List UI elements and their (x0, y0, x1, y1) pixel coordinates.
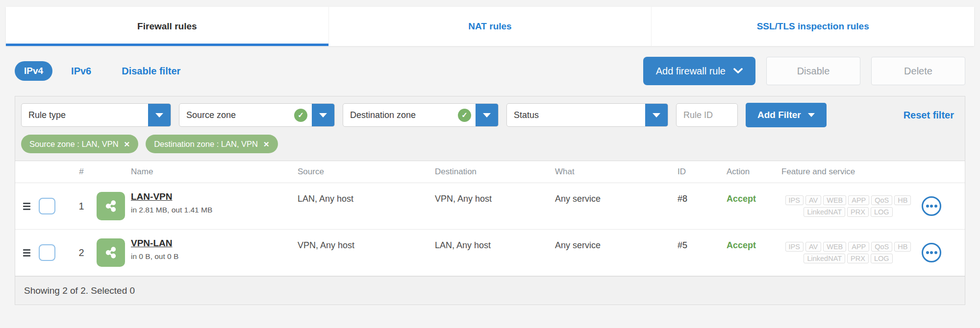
rule-type-tabbar: Firewall rules NAT rules SSL/TLS inspect… (6, 7, 974, 46)
ipv4-toggle[interactable]: IPv4 (15, 61, 52, 81)
rule-name-cell: LAN-VPN in 2.81 MB, out 1.41 MB (131, 183, 298, 214)
remove-filter-icon[interactable]: ✕ (124, 141, 130, 148)
dropdown-open-button[interactable] (148, 103, 171, 127)
rule-destination: LAN, Any host (435, 230, 555, 251)
network-share-icon[interactable] (97, 238, 125, 267)
rule-traffic-stats: in 0 B, out 0 B (131, 252, 298, 261)
source-zone-dropdown[interactable]: Source zone ✓ (179, 103, 335, 127)
rule-id-input[interactable] (676, 103, 738, 127)
header-source: Source (298, 167, 435, 177)
drag-handle-icon[interactable] (23, 249, 30, 257)
firewall-rules-table: # Name Source Destination What ID Action… (15, 161, 965, 305)
disable-filter-link[interactable]: Disable filter (122, 66, 180, 77)
dropdown-open-button[interactable] (645, 103, 668, 127)
ipv6-toggle[interactable]: IPv6 (71, 66, 91, 77)
chip-label: Source zone : LAN, VPN (29, 140, 119, 149)
badge-app: APP (848, 195, 869, 205)
badge-log: LOG (871, 254, 893, 263)
badge-prx: PRX (847, 207, 869, 217)
badge-web: WEB (823, 242, 846, 252)
filter-row: Rule type Source zone ✓ Destination zone… (21, 103, 959, 127)
feature-badges: IPS AV WEB APP QoS HB LinkedNAT PRX LOG (781, 195, 922, 217)
caret-down-icon (808, 113, 815, 117)
header-id: ID (678, 167, 727, 177)
destination-zone-dropdown[interactable]: Destination zone ✓ (343, 103, 499, 127)
badge-qos: QoS (871, 242, 892, 252)
header-number: # (66, 167, 97, 177)
tab-firewall-rules[interactable]: Firewall rules (6, 7, 328, 46)
caret-down-icon (155, 113, 163, 117)
rule-destination: VPN, Any host (435, 183, 555, 204)
tab-ssl-tls-inspection-rules[interactable]: SSL/TLS inspection rules (651, 7, 974, 46)
network-share-icon[interactable] (97, 192, 125, 220)
status-dropdown[interactable]: Status (506, 103, 668, 127)
tab-label: NAT rules (468, 21, 511, 32)
table-row: 2 VPN-LAN in 0 B, out 0 B VPN, Any host … (15, 230, 965, 276)
showing-status-text: Showing 2 of 2. Selected 0 (24, 285, 135, 296)
rule-name-cell: VPN-LAN in 0 B, out 0 B (131, 230, 298, 261)
reset-filter-link[interactable]: Reset filter (904, 110, 954, 121)
add-filter-button[interactable]: Add Filter (746, 103, 827, 127)
tab-nat-rules[interactable]: NAT rules (328, 7, 652, 46)
badge-ips: IPS (785, 195, 804, 205)
badge-qos: QoS (871, 195, 892, 205)
row-number: 2 (66, 247, 97, 258)
toolbar-actions: Add firewall rule Disable Delete (643, 57, 965, 85)
delete-button[interactable]: Delete (871, 57, 965, 85)
toolbar: IPv4 IPv6 Disable filter Add firewall ru… (0, 46, 980, 96)
dropdown-open-button[interactable] (312, 103, 334, 127)
caret-down-icon (653, 113, 660, 117)
dropdown-label: Status (507, 110, 645, 120)
row-checkbox[interactable] (39, 198, 55, 214)
dropdown-label: Source zone (179, 110, 294, 120)
filter-applied-check-icon: ✓ (458, 109, 471, 122)
header-destination: Destination (435, 167, 555, 177)
badge-line: LinkedNAT PRX LOG (804, 254, 892, 263)
caret-down-icon (483, 113, 491, 117)
rule-name-link[interactable]: LAN-VPN (131, 191, 172, 202)
filter-chip-destination-zone: Destination zone : LAN, VPN ✕ (146, 135, 277, 153)
header-what: What (555, 167, 678, 177)
chevron-down-icon (733, 68, 743, 74)
badge-ips: IPS (785, 242, 804, 252)
caret-down-icon (319, 113, 327, 117)
badge-hb: HB (894, 242, 911, 252)
add-filter-label: Add Filter (757, 110, 801, 120)
table-footer: Showing 2 of 2. Selected 0 (15, 276, 965, 305)
dropdown-label: Destination zone (343, 110, 458, 120)
badge-line: LinkedNAT PRX LOG (804, 207, 892, 217)
rule-source: LAN, Any host (298, 183, 435, 204)
header-name: Name (131, 167, 298, 177)
tab-label: Firewall rules (137, 21, 197, 32)
badge-log: LOG (871, 207, 893, 217)
tab-label: SSL/TLS inspection rules (757, 21, 869, 32)
badge-linkednat: LinkedNAT (804, 254, 845, 263)
badge-hb: HB (894, 195, 911, 205)
rule-name-link[interactable]: VPN-LAN (131, 238, 172, 248)
rule-type-dropdown[interactable]: Rule type (21, 103, 171, 127)
remove-filter-icon[interactable]: ✕ (263, 141, 270, 148)
rule-source: VPN, Any host (298, 230, 435, 251)
row-checkbox[interactable] (39, 244, 55, 261)
row-number: 1 (66, 201, 97, 212)
row-menu-ellipsis-icon[interactable] (922, 196, 941, 216)
badge-web: WEB (823, 195, 846, 205)
badge-line: IPS AV WEB APP QoS HB (785, 242, 911, 252)
chip-label: Destination zone : LAN, VPN (154, 140, 258, 149)
dropdown-open-button[interactable] (476, 103, 498, 127)
rule-what: Any service (555, 183, 678, 204)
rule-id: #5 (678, 230, 727, 251)
disable-button[interactable]: Disable (766, 57, 860, 85)
row-menu-ellipsis-icon[interactable] (922, 243, 941, 262)
badge-av: AV (805, 242, 821, 252)
feature-badges: IPS AV WEB APP QoS HB LinkedNAT PRX LOG (781, 242, 922, 263)
add-firewall-rule-label: Add firewall rule (656, 66, 726, 77)
header-feature-and-service: Feature and service (781, 167, 922, 177)
active-filter-chips: Source zone : LAN, VPN ✕ Destination zon… (21, 135, 959, 153)
dropdown-label: Rule type (22, 110, 148, 120)
badge-app: APP (848, 242, 869, 252)
add-firewall-rule-button[interactable]: Add firewall rule (643, 57, 755, 85)
drag-handle-icon[interactable] (23, 203, 30, 210)
badge-av: AV (805, 195, 821, 205)
filter-chip-source-zone: Source zone : LAN, VPN ✕ (21, 135, 138, 153)
